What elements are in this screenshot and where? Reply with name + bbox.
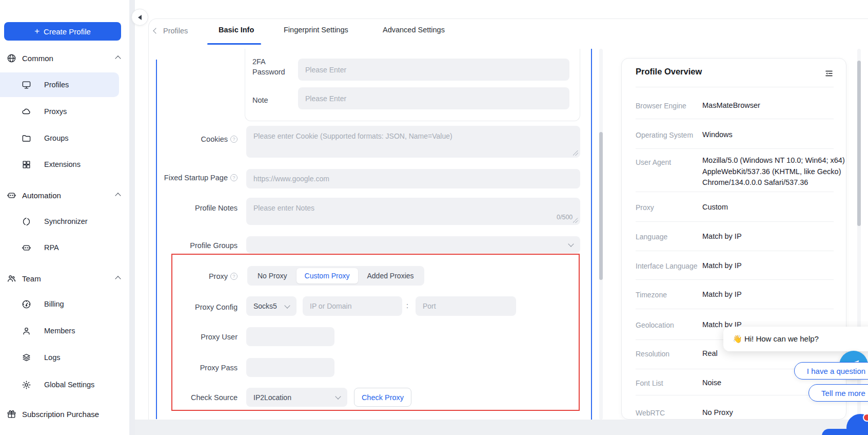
overview-row-label: Geolocation (636, 320, 700, 330)
overview-row-value: Custom (702, 202, 848, 213)
robot-icon (21, 242, 31, 253)
help-icon[interactable]: ? (230, 136, 238, 143)
overview-row-label: Font List (636, 378, 700, 388)
sidebar-item-synchronizer[interactable]: Synchronizer (0, 213, 129, 230)
overview-row-value: Match by IP (702, 289, 848, 300)
profile-groups-select[interactable] (246, 236, 580, 253)
note-input[interactable] (298, 87, 569, 109)
help-icon[interactable]: ? (230, 273, 238, 280)
sidebar-section-common[interactable]: Common (0, 49, 129, 67)
overview-row-label: Operating System (636, 130, 700, 140)
proxy-protocol-value: Socks5 (253, 302, 277, 310)
twofa-password-label: 2FA Password (252, 56, 292, 77)
check-source-label: Check Source (118, 392, 238, 403)
divider (636, 148, 834, 149)
sidebar-item-extensions[interactable]: Extensions (0, 156, 129, 173)
triangle-left-icon (138, 15, 142, 20)
sidebar-item-logs[interactable]: Logs (0, 349, 129, 366)
sidebar-section-label: Team (22, 274, 41, 283)
sidebar-item-label: Groups (44, 134, 69, 142)
sidebar-item-billing[interactable]: Billing (0, 295, 129, 313)
chat-bottom-button[interactable] (822, 429, 859, 435)
divider (636, 251, 834, 251)
proxy-option-no-proxy[interactable]: No Proxy (249, 268, 295, 283)
sidebar-section-label: Common (22, 54, 53, 63)
form-scrollbar-thumb[interactable] (599, 132, 603, 280)
back-label: Profiles (163, 27, 188, 35)
overview-row-label: Resolution (636, 349, 700, 359)
proxy-user-label: Proxy User (118, 332, 238, 342)
app-window: + Create Profile Common Profiles Proxys (0, 0, 868, 435)
proxy-ip-input[interactable] (303, 296, 402, 316)
overview-row-label: Interface Language (636, 261, 700, 271)
overview-row-label: WebRTC (636, 408, 700, 418)
chevron-left-icon (153, 28, 159, 33)
person-icon (21, 326, 31, 336)
proxy-protocol-select[interactable]: Socks5 (246, 296, 297, 316)
chat-quick-reply-question[interactable]: I have a question (794, 362, 868, 380)
chevron-up-icon (116, 191, 120, 200)
proxy-option-added-proxies[interactable]: Added Proxies (359, 268, 422, 283)
fixed-startup-page-label: Fixed Startup Page ? (118, 173, 238, 183)
divider (636, 119, 834, 119)
divider (636, 221, 834, 222)
globe-icon (6, 53, 16, 63)
proxy-user-input[interactable] (246, 327, 334, 346)
footer-strip (129, 420, 868, 435)
create-profile-label: Create Profile (44, 27, 91, 36)
fixed-startup-page-input[interactable] (246, 169, 580, 188)
sidebar-item-groups[interactable]: Groups (0, 129, 129, 147)
sidebar-divider (129, 0, 135, 435)
tab-fingerprint-settings[interactable]: Fingerprint Settings (284, 26, 348, 34)
proxy-option-custom-proxy[interactable]: Custom Proxy (297, 268, 358, 283)
back-to-profiles-link[interactable]: Profiles (154, 27, 188, 35)
chevron-down-icon (568, 241, 574, 247)
profile-notes-label: Profile Notes (118, 203, 238, 213)
tab-basic-info[interactable]: Basic Info (219, 26, 254, 34)
check-source-value: IP2Location (253, 393, 291, 402)
gift-icon (6, 409, 16, 419)
proxy-port-input[interactable] (416, 296, 516, 316)
plus-icon: + (34, 26, 40, 36)
check-source-select[interactable]: IP2Location (246, 388, 347, 407)
panel-collapse-icon[interactable] (824, 69, 834, 80)
twofa-password-input[interactable] (298, 59, 569, 81)
sidebar-item-proxys[interactable]: Proxys (0, 103, 129, 120)
chat-quick-reply-more[interactable]: Tell me more (808, 384, 868, 402)
chat-notification-dot (863, 413, 868, 422)
sidebar-item-profiles[interactable]: Profiles (0, 72, 119, 97)
divider (636, 279, 834, 280)
proxy-mode-segmented-control: No Proxy Custom Proxy Added Proxies (247, 266, 424, 286)
overview-row-label: Timezone (636, 290, 700, 300)
resize-handle-icon[interactable] (573, 218, 578, 223)
active-tab-underline (207, 43, 261, 45)
sidebar-section-team[interactable]: Team (0, 270, 129, 287)
help-icon[interactable]: ? (230, 174, 238, 181)
profile-notes-textarea[interactable] (246, 198, 580, 225)
sidebar-item-rpa[interactable]: RPA (0, 239, 129, 256)
overview-row-label: Browser Engine (636, 101, 700, 111)
tab-advanced-settings[interactable]: Advanced Settings (383, 26, 445, 34)
sidebar-item-label: Logs (44, 353, 60, 362)
sidebar-item-label: Subscription Purchase (22, 410, 99, 419)
proxy-label: Proxy ? (118, 271, 238, 281)
sidebar-section-automation[interactable]: Automation (0, 186, 129, 204)
page-scrollbar-thumb[interactable] (857, 61, 861, 226)
sidebar-item-global-settings[interactable]: Global Settings (0, 376, 129, 393)
overview-row-label: Language (636, 232, 700, 242)
sidebar-item-members[interactable]: Members (0, 322, 129, 339)
resize-handle-icon[interactable] (573, 150, 578, 156)
check-proxy-button[interactable]: Check Proxy (354, 388, 411, 407)
team-icon (6, 273, 16, 283)
overview-row-value: No Proxy (702, 407, 848, 419)
cookies-textarea[interactable] (246, 126, 580, 158)
proxy-pass-input[interactable] (246, 358, 334, 377)
gear-icon (21, 380, 31, 390)
sync-icon (21, 216, 31, 226)
create-profile-button[interactable]: + Create Profile (4, 22, 121, 41)
folder-icon (21, 133, 31, 143)
gauge-icon (21, 299, 31, 309)
sidebar-item-subscription-purchase[interactable]: Subscription Purchase (0, 405, 129, 423)
notes-char-counter: 0/500 (557, 214, 573, 221)
sidebar-collapse-button[interactable] (131, 9, 148, 26)
